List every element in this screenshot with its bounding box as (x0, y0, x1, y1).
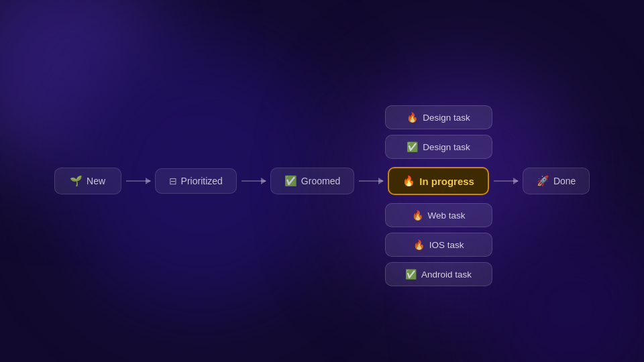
done-icon: 🚀 (537, 175, 549, 187)
task-web[interactable]: 🔥 Web task (385, 203, 492, 227)
groomed-label: Groomed (301, 176, 340, 186)
web-task-label: Web task (428, 210, 466, 221)
ios-task-label: IOS task (429, 240, 464, 250)
ios-task-icon: 🔥 (413, 239, 425, 250)
task-ios[interactable]: 🔥 IOS task (385, 233, 492, 257)
stage-groomed[interactable]: ✅ Groomed (270, 168, 354, 194)
design-task-1-label: Design task (423, 113, 470, 123)
stage-new[interactable]: 🌱 New (54, 168, 121, 194)
task-android[interactable]: ✅ Android task (385, 262, 492, 286)
design-task-1-icon: 🔥 (407, 112, 418, 123)
prioritized-label: Prioritized (181, 176, 223, 186)
canvas: 🌱 New ⊟ Prioritized ✅ Groomed 🔥 (0, 0, 644, 362)
design-task-2-label: Design task (423, 142, 470, 152)
android-task-icon: ✅ (405, 269, 417, 280)
arrow-4 (489, 180, 523, 182)
stage-prioritized[interactable]: ⊟ Prioritized (155, 168, 237, 194)
android-task-label: Android task (421, 269, 472, 280)
prioritized-icon: ⊟ (169, 176, 177, 186)
tasks-above: 🔥 Design task ✅ Design task (385, 105, 492, 159)
new-icon: 🌱 (70, 175, 83, 187)
in-progress-icon: 🔥 (402, 175, 415, 187)
new-label: New (87, 176, 105, 186)
in-progress-label: In progress (419, 176, 474, 187)
task-design-2[interactable]: ✅ Design task (385, 135, 492, 159)
arrow-1 (121, 180, 155, 182)
stage-in-progress[interactable]: 🔥 In progress (388, 167, 489, 195)
tasks-below: 🔥 Web task 🔥 IOS task ✅ Android task (385, 203, 492, 286)
in-progress-wrapper: 🔥 Design task ✅ Design task 🔥 In progres… (388, 167, 489, 195)
web-task-icon: 🔥 (412, 210, 423, 221)
task-design-1[interactable]: 🔥 Design task (385, 105, 492, 129)
stage-done[interactable]: 🚀 Done (523, 168, 590, 194)
groomed-icon: ✅ (284, 175, 297, 187)
design-task-2-icon: ✅ (407, 141, 418, 152)
arrow-2 (237, 180, 270, 182)
arrow-3 (354, 180, 388, 182)
done-label: Done (553, 176, 576, 186)
